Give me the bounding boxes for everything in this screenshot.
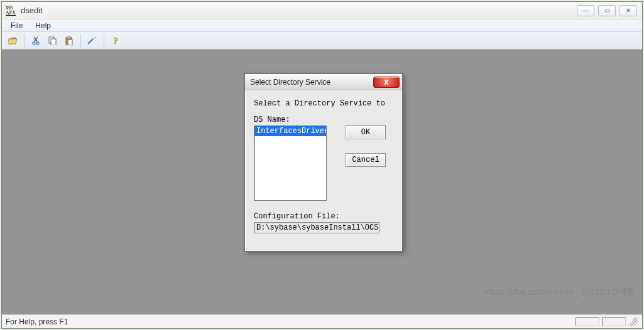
copy-icon — [48, 36, 57, 45]
app-icon: MS AFX — [6, 6, 17, 16]
toolbar-copy-button[interactable] — [45, 34, 60, 48]
ping-icon — [87, 36, 97, 45]
select-directory-service-dialog: Select Directory Service X Select a Dire… — [244, 73, 403, 252]
svg-point-7 — [95, 37, 96, 38]
cancel-label: Cancel — [352, 156, 379, 164]
maximize-icon: ▭ — [604, 7, 610, 14]
menu-file[interactable]: File — [6, 21, 28, 31]
titlebar[interactable]: MS AFX dsedit — ▭ ✕ — [2, 2, 642, 19]
app-window: MS AFX dsedit — ▭ ✕ File Help — [1, 1, 643, 329]
ok-label: OK — [361, 128, 370, 137]
statusbar: For Help, press F1 — [2, 314, 642, 328]
svg-text:?: ? — [114, 36, 118, 45]
toolbar-help-button[interactable]: ? — [108, 34, 123, 48]
toolbar-cut-button[interactable] — [29, 34, 44, 48]
config-file-label: Configuration File: — [254, 212, 393, 221]
dialog-button-column: OK Cancel — [346, 125, 386, 167]
open-icon — [8, 36, 18, 45]
minimize-button[interactable]: — — [577, 5, 594, 16]
statusbar-text: For Help, press F1 — [6, 317, 68, 326]
close-icon: ✕ — [626, 7, 631, 14]
toolbar: ? — [2, 32, 642, 50]
app-icon-bottom: AFX — [6, 11, 17, 16]
toolbar-separator — [80, 34, 81, 48]
watermark: https://blog.csdn.net/yu_ @51CTO博客 — [483, 287, 636, 298]
close-button[interactable]: ✕ — [619, 5, 637, 16]
work-area: Select Directory Service X Select a Dire… — [2, 50, 642, 314]
list-item[interactable]: InterfacesDriver — [254, 126, 326, 136]
cut-icon — [32, 36, 41, 45]
ds-name-label: DS Name: — [254, 115, 393, 124]
dialog-title: Select Directory Service — [250, 78, 330, 87]
toolbar-ping-button[interactable] — [85, 34, 100, 48]
statusbar-pane — [576, 317, 599, 326]
menu-file-label: File — [11, 21, 23, 30]
svg-rect-3 — [51, 39, 56, 45]
ok-button[interactable]: OK — [346, 125, 386, 139]
toolbar-open-button[interactable] — [6, 34, 21, 48]
app-title: dsedit — [21, 6, 43, 15]
toolbar-separator — [104, 34, 104, 48]
menu-help[interactable]: Help — [30, 21, 56, 31]
menu-help-label: Help — [35, 21, 51, 30]
svg-point-1 — [36, 42, 39, 45]
cancel-button[interactable]: Cancel — [346, 153, 386, 167]
resize-grip-icon[interactable] — [628, 317, 638, 326]
svg-point-0 — [33, 42, 35, 45]
svg-rect-6 — [68, 40, 72, 45]
minimize-icon: — — [582, 7, 589, 14]
svg-rect-5 — [67, 36, 70, 38]
menubar: File Help — [2, 19, 642, 32]
statusbar-pane — [602, 317, 626, 326]
dialog-close-button[interactable]: X — [373, 77, 400, 88]
titlebar-buttons: — ▭ ✕ — [577, 5, 640, 16]
help-icon: ? — [111, 36, 120, 45]
dialog-prompt: Select a Directory Service to — [254, 99, 393, 108]
ds-name-listbox[interactable]: InterfacesDriver — [254, 125, 327, 201]
maximize-button[interactable]: ▭ — [598, 5, 616, 16]
dialog-close-icon: X — [384, 78, 388, 86]
paste-icon — [65, 36, 74, 45]
config-file-field: D:\sybase\sybaseInstall\OCS-15_0\ — [254, 222, 379, 233]
toolbar-separator — [25, 34, 25, 48]
toolbar-paste-button[interactable] — [62, 34, 77, 48]
dialog-titlebar[interactable]: Select Directory Service X — [245, 74, 402, 90]
dialog-body: Select a Directory Service to DS Name: I… — [245, 90, 402, 240]
